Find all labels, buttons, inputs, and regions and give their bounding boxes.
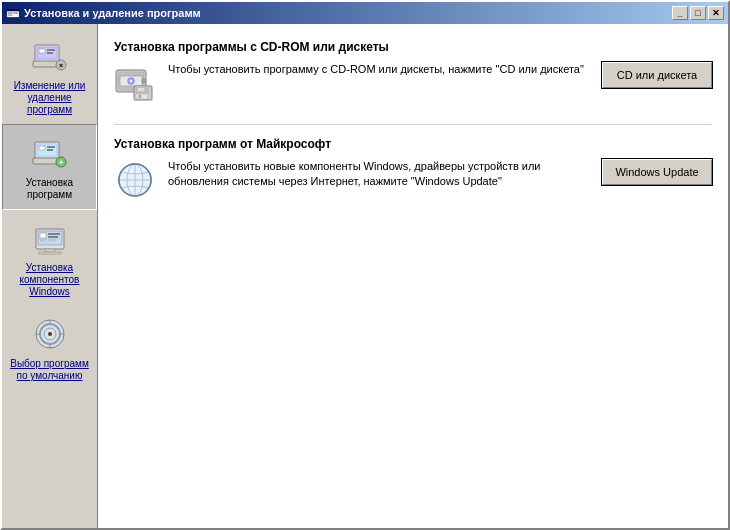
svg-point-32	[48, 332, 52, 336]
sidebar-item-install[interactable]: + Установка программ	[2, 124, 97, 210]
svg-rect-26	[48, 239, 56, 241]
sidebar-item-change-remove[interactable]: × Изменение или удаление программ	[2, 28, 97, 124]
window-content: × Изменение или удаление программ	[2, 24, 728, 528]
svg-rect-27	[45, 249, 55, 252]
svg-text:×: ×	[58, 62, 62, 69]
svg-rect-42	[142, 79, 146, 83]
svg-point-41	[130, 80, 132, 82]
svg-rect-45	[138, 88, 144, 91]
svg-rect-22	[40, 233, 46, 238]
svg-rect-6	[39, 49, 45, 53]
components-icon	[30, 218, 70, 258]
svg-rect-3	[14, 12, 18, 14]
svg-rect-14	[39, 146, 45, 150]
svg-rect-23	[40, 239, 46, 241]
microsoft-section: Установка программ от Майкрософт	[114, 137, 712, 201]
default-icon	[30, 314, 70, 354]
cdrom-section-text: Чтобы установить программу с CD-ROM или …	[168, 62, 590, 77]
sidebar-label-change-remove: Изменение или удаление программ	[6, 80, 93, 116]
svg-rect-7	[47, 49, 55, 51]
svg-rect-1	[7, 9, 19, 12]
svg-rect-25	[48, 236, 58, 238]
window-title: Установка и удаление программ	[24, 7, 672, 19]
svg-rect-28	[39, 252, 61, 254]
title-bar: Установка и удаление программ _ □ ✕	[2, 2, 728, 24]
cdrom-section: Установка программы с CD-ROM или дискеты	[114, 40, 712, 104]
cdrom-section-icon	[114, 62, 156, 104]
cdrom-button[interactable]: CD или дискета	[602, 62, 712, 88]
close-button[interactable]: ✕	[708, 6, 724, 20]
main-window: Установка и удаление программ _ □ ✕	[0, 0, 730, 530]
sidebar-label-install: Установка программ	[7, 177, 92, 201]
svg-rect-24	[48, 233, 60, 235]
svg-point-47	[139, 95, 142, 98]
microsoft-section-content: Чтобы установить новые компоненты Window…	[114, 159, 712, 201]
microsoft-section-icon	[114, 159, 156, 201]
microsoft-section-text: Чтобы установить новые компоненты Window…	[168, 159, 590, 190]
title-buttons: _ □ ✕	[672, 6, 724, 20]
svg-rect-2	[9, 12, 13, 16]
sidebar-item-components[interactable]: Установка компонентов Windows	[2, 210, 97, 306]
svg-rect-15	[47, 146, 55, 148]
svg-rect-8	[47, 52, 53, 54]
svg-text:+: +	[58, 158, 63, 167]
minimize-button[interactable]: _	[672, 6, 688, 20]
sidebar: × Изменение или удаление программ	[2, 24, 98, 528]
windows-update-button[interactable]: Windows Update	[602, 159, 712, 185]
cdrom-section-content: Чтобы установить программу с CD-ROM или …	[114, 62, 712, 104]
maximize-button[interactable]: □	[690, 6, 706, 20]
sidebar-label-components: Установка компонентов Windows	[6, 262, 93, 298]
main-panel: Установка программы с CD-ROM или дискеты	[98, 24, 728, 528]
microsoft-section-title: Установка программ от Майкрософт	[114, 137, 712, 151]
change-remove-icon: ×	[30, 36, 70, 76]
svg-rect-46	[136, 94, 148, 99]
sidebar-label-default: Выбор программ по умолчанию	[6, 358, 93, 382]
cdrom-section-title: Установка программы с CD-ROM или дискеты	[114, 40, 712, 54]
sections-divider	[114, 124, 712, 125]
window-icon	[6, 6, 20, 20]
install-icon: +	[30, 133, 70, 173]
svg-rect-16	[47, 149, 53, 151]
sidebar-item-default[interactable]: Выбор программ по умолчанию	[2, 306, 97, 390]
